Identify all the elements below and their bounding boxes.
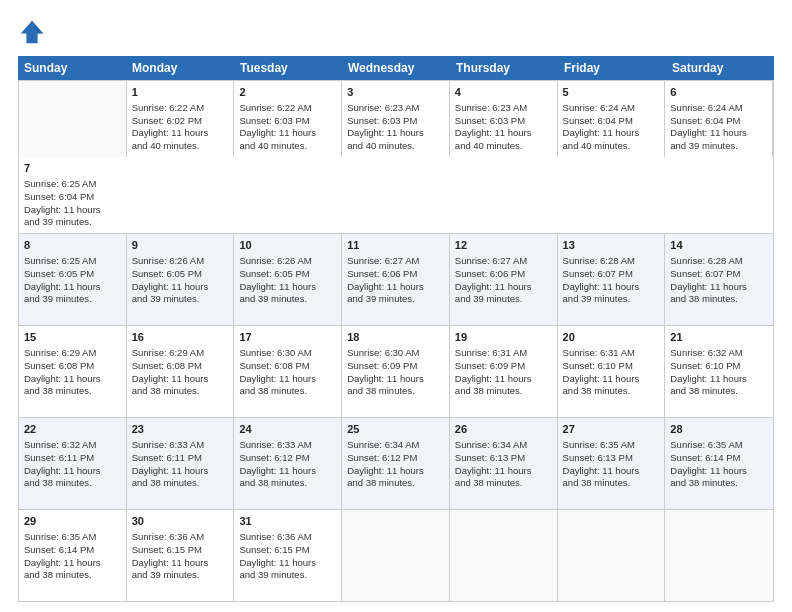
daylight-minutes: and 40 minutes.	[347, 140, 415, 151]
calendar-cell: 30Sunrise: 6:36 AMSunset: 6:15 PMDayligh…	[127, 510, 235, 601]
daylight-text: Daylight: 11 hours	[132, 127, 209, 138]
sunrise-text: Sunrise: 6:30 AM	[239, 347, 311, 358]
sunset-text: Sunset: 6:08 PM	[239, 360, 309, 371]
sunrise-text: Sunrise: 6:29 AM	[132, 347, 204, 358]
day-number: 29	[24, 514, 121, 529]
sunrise-text: Sunrise: 6:26 AM	[132, 255, 204, 266]
sunrise-text: Sunrise: 6:34 AM	[347, 439, 419, 450]
daylight-minutes: and 38 minutes.	[455, 477, 523, 488]
calendar-cell: 2Sunrise: 6:22 AMSunset: 6:03 PMDaylight…	[234, 81, 342, 157]
sunrise-text: Sunrise: 6:30 AM	[347, 347, 419, 358]
sunset-text: Sunset: 6:05 PM	[132, 268, 202, 279]
sunrise-text: Sunrise: 6:26 AM	[239, 255, 311, 266]
sunset-text: Sunset: 6:07 PM	[563, 268, 633, 279]
calendar-row: 29Sunrise: 6:35 AMSunset: 6:14 PMDayligh…	[19, 509, 773, 601]
calendar-cell: 25Sunrise: 6:34 AMSunset: 6:12 PMDayligh…	[342, 418, 450, 509]
daylight-text: Daylight: 11 hours	[239, 373, 316, 384]
daylight-text: Daylight: 11 hours	[132, 281, 209, 292]
sunset-text: Sunset: 6:12 PM	[347, 452, 417, 463]
daylight-text: Daylight: 11 hours	[24, 281, 101, 292]
calendar-cell: 18Sunrise: 6:30 AMSunset: 6:09 PMDayligh…	[342, 326, 450, 417]
daylight-text: Daylight: 11 hours	[455, 127, 532, 138]
daylight-minutes: and 39 minutes.	[132, 293, 200, 304]
daylight-text: Daylight: 11 hours	[347, 465, 424, 476]
daylight-minutes: and 40 minutes.	[132, 140, 200, 151]
sunrise-text: Sunrise: 6:36 AM	[132, 531, 204, 542]
day-number: 22	[24, 422, 121, 437]
daylight-minutes: and 39 minutes.	[132, 569, 200, 580]
daylight-minutes: and 38 minutes.	[24, 569, 92, 580]
daylight-minutes: and 38 minutes.	[563, 385, 631, 396]
day-header-sunday: Sunday	[18, 56, 126, 80]
calendar-cell	[558, 510, 666, 601]
daylight-text: Daylight: 11 hours	[347, 127, 424, 138]
calendar-cell: 16Sunrise: 6:29 AMSunset: 6:08 PMDayligh…	[127, 326, 235, 417]
daylight-text: Daylight: 11 hours	[24, 204, 101, 215]
daylight-minutes: and 38 minutes.	[563, 477, 631, 488]
daylight-minutes: and 38 minutes.	[670, 293, 738, 304]
sunset-text: Sunset: 6:03 PM	[347, 115, 417, 126]
calendar-row: 15Sunrise: 6:29 AMSunset: 6:08 PMDayligh…	[19, 325, 773, 417]
sunset-text: Sunset: 6:11 PM	[24, 452, 94, 463]
daylight-text: Daylight: 11 hours	[563, 281, 640, 292]
daylight-minutes: and 39 minutes.	[670, 140, 738, 151]
logo	[18, 18, 50, 46]
calendar-cell: 27Sunrise: 6:35 AMSunset: 6:13 PMDayligh…	[558, 418, 666, 509]
day-header-wednesday: Wednesday	[342, 56, 450, 80]
sunset-text: Sunset: 6:09 PM	[455, 360, 525, 371]
day-number: 8	[24, 238, 121, 253]
daylight-text: Daylight: 11 hours	[670, 465, 747, 476]
daylight-minutes: and 38 minutes.	[670, 385, 738, 396]
sunrise-text: Sunrise: 6:29 AM	[24, 347, 96, 358]
day-number: 12	[455, 238, 552, 253]
calendar-row: 8Sunrise: 6:25 AMSunset: 6:05 PMDaylight…	[19, 233, 773, 325]
calendar-cell: 26Sunrise: 6:34 AMSunset: 6:13 PMDayligh…	[450, 418, 558, 509]
calendar-cell: 24Sunrise: 6:33 AMSunset: 6:12 PMDayligh…	[234, 418, 342, 509]
day-header-thursday: Thursday	[450, 56, 558, 80]
daylight-text: Daylight: 11 hours	[670, 281, 747, 292]
daylight-minutes: and 39 minutes.	[455, 293, 523, 304]
sunset-text: Sunset: 6:13 PM	[455, 452, 525, 463]
daylight-minutes: and 38 minutes.	[239, 385, 307, 396]
calendar-cell: 6Sunrise: 6:24 AMSunset: 6:04 PMDaylight…	[665, 81, 773, 157]
calendar-cell: 17Sunrise: 6:30 AMSunset: 6:08 PMDayligh…	[234, 326, 342, 417]
day-number: 26	[455, 422, 552, 437]
daylight-text: Daylight: 11 hours	[670, 127, 747, 138]
sunset-text: Sunset: 6:02 PM	[132, 115, 202, 126]
daylight-text: Daylight: 11 hours	[132, 373, 209, 384]
calendar-cell: 9Sunrise: 6:26 AMSunset: 6:05 PMDaylight…	[127, 234, 235, 325]
calendar-cell: 11Sunrise: 6:27 AMSunset: 6:06 PMDayligh…	[342, 234, 450, 325]
daylight-minutes: and 38 minutes.	[24, 477, 92, 488]
sunset-text: Sunset: 6:09 PM	[347, 360, 417, 371]
sunset-text: Sunset: 6:07 PM	[670, 268, 740, 279]
header	[18, 18, 774, 46]
calendar-cell: 21Sunrise: 6:32 AMSunset: 6:10 PMDayligh…	[665, 326, 773, 417]
sunrise-text: Sunrise: 6:27 AM	[347, 255, 419, 266]
sunrise-text: Sunrise: 6:25 AM	[24, 178, 96, 189]
sunrise-text: Sunrise: 6:35 AM	[563, 439, 635, 450]
sunrise-text: Sunrise: 6:33 AM	[132, 439, 204, 450]
sunset-text: Sunset: 6:13 PM	[563, 452, 633, 463]
sunrise-text: Sunrise: 6:28 AM	[670, 255, 742, 266]
day-number: 6	[670, 85, 767, 100]
sunset-text: Sunset: 6:14 PM	[670, 452, 740, 463]
daylight-minutes: and 40 minutes.	[455, 140, 523, 151]
daylight-minutes: and 38 minutes.	[347, 385, 415, 396]
calendar-cell: 10Sunrise: 6:26 AMSunset: 6:05 PMDayligh…	[234, 234, 342, 325]
calendar-cell	[665, 510, 773, 601]
daylight-text: Daylight: 11 hours	[132, 557, 209, 568]
daylight-minutes: and 39 minutes.	[563, 293, 631, 304]
daylight-text: Daylight: 11 hours	[24, 465, 101, 476]
sunrise-text: Sunrise: 6:23 AM	[347, 102, 419, 113]
day-number: 7	[24, 161, 122, 176]
daylight-text: Daylight: 11 hours	[239, 465, 316, 476]
day-number: 3	[347, 85, 444, 100]
daylight-text: Daylight: 11 hours	[347, 373, 424, 384]
sunset-text: Sunset: 6:04 PM	[670, 115, 740, 126]
sunrise-text: Sunrise: 6:22 AM	[132, 102, 204, 113]
daylight-text: Daylight: 11 hours	[24, 557, 101, 568]
daylight-text: Daylight: 11 hours	[455, 465, 532, 476]
daylight-text: Daylight: 11 hours	[455, 281, 532, 292]
daylight-text: Daylight: 11 hours	[563, 465, 640, 476]
daylight-minutes: and 38 minutes.	[347, 477, 415, 488]
